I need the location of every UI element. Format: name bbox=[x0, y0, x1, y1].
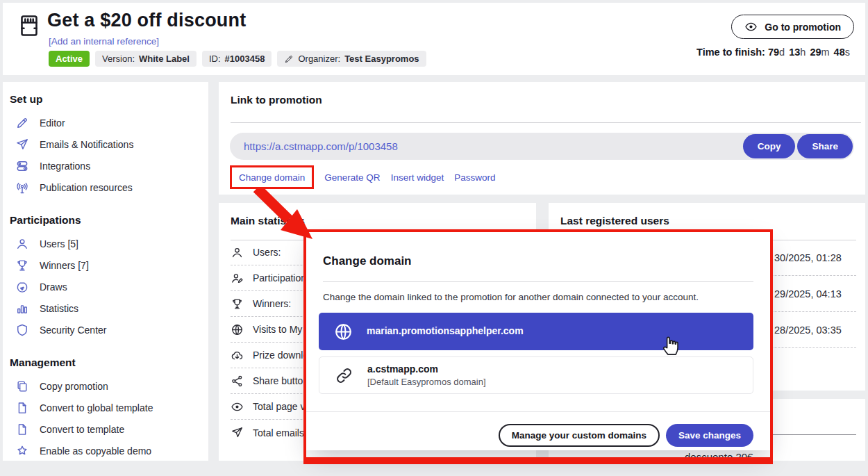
globe-icon bbox=[333, 322, 353, 342]
sidebar-section-participations: Participations bbox=[10, 214, 201, 227]
sidebar-item-draws[interactable]: Draws bbox=[10, 276, 201, 297]
sidebar-item-copy-promotion[interactable]: Copy promotion bbox=[10, 375, 201, 397]
add-internal-reference-link[interactable]: [Add an internal reference] bbox=[49, 36, 159, 47]
eye-icon bbox=[744, 20, 758, 33]
modal-footer-buttons: Manage your custom domains Save changes bbox=[499, 424, 753, 447]
sidebar-section-management: Management bbox=[10, 356, 201, 369]
copy-icon bbox=[15, 379, 29, 393]
trophy-icon bbox=[15, 258, 29, 272]
status-badge: Active bbox=[49, 51, 90, 67]
modal-title: Change domain bbox=[323, 254, 412, 268]
manage-custom-domains-button[interactable]: Manage your custom domains bbox=[499, 424, 660, 447]
modal-description: Change the domain linked to the promotio… bbox=[323, 292, 699, 302]
domain-name: a.cstmapp.com bbox=[367, 363, 486, 376]
sidebar-item-publication-resources[interactable]: Publication resources bbox=[10, 177, 201, 198]
sidebar-item-winners[interactable]: Winners [7] bbox=[10, 254, 201, 276]
sidebar-item-label: Publication resources bbox=[40, 182, 133, 193]
domain-note: [Default Easypromos domain] bbox=[367, 377, 486, 387]
panel-title: Last registered users bbox=[560, 215, 669, 227]
sidebar-item-integrations[interactable]: Integrations bbox=[10, 155, 201, 177]
sidebar-item-statistics[interactable]: Statistics bbox=[10, 297, 201, 319]
registration-date: 30/2025, 01:28 bbox=[774, 252, 842, 263]
globe-icon bbox=[231, 323, 244, 336]
go-to-promotion-button[interactable]: Go to promotion bbox=[731, 15, 854, 39]
sidebar-item-convert-global-template[interactable]: Convert to global template bbox=[10, 397, 201, 418]
change-domain-annotation-box: Change domain bbox=[230, 165, 314, 189]
promotion-url-bar: https://a.cstmapp.com/p/1003458 Copy Sha… bbox=[230, 133, 854, 160]
shield-icon bbox=[15, 323, 29, 337]
sidebar-item-users[interactable]: Users [5] bbox=[10, 233, 201, 254]
share-nodes-icon bbox=[231, 375, 244, 388]
bar-chart-icon bbox=[15, 302, 29, 315]
sidebar-item-security-center[interactable]: Security Center bbox=[10, 319, 201, 340]
sidebar-item-editor[interactable]: Editor bbox=[10, 112, 201, 133]
link-to-promotion-panel: Link to promotion https://a.cstmapp.com/… bbox=[219, 82, 865, 195]
app-screen: Get a $20 off discount [Add an internal … bbox=[0, 0, 868, 476]
prize-row-partial-text: descuento 20€ bbox=[685, 451, 753, 461]
user-icon bbox=[231, 246, 244, 259]
sidebar-item-label: Copy promotion bbox=[40, 381, 108, 392]
divider bbox=[306, 411, 770, 412]
ticket-icon bbox=[17, 12, 42, 40]
sidebar-item-label: Users [5] bbox=[40, 238, 78, 249]
user-edit-icon bbox=[231, 272, 244, 285]
sidebar-item-label: Enable as copyable demo bbox=[40, 445, 151, 457]
promotion-header: Get a $20 off discount [Add an internal … bbox=[3, 3, 865, 75]
promotion-url[interactable]: https://a.cstmapp.com/p/1003458 bbox=[244, 140, 741, 152]
file-icon bbox=[15, 422, 29, 436]
toggles-icon bbox=[15, 159, 29, 173]
time-to-finish: Time to finish: 79d13h29m48s bbox=[696, 47, 854, 58]
panel-title: Main statistics bbox=[231, 215, 305, 227]
pencil-icon bbox=[284, 54, 294, 64]
id-badge: ID:#1003458 bbox=[202, 51, 272, 67]
sidebar-item-convert-template[interactable]: Convert to template bbox=[10, 418, 201, 440]
sidebar-section-setup: Set up bbox=[10, 93, 201, 106]
eye-icon bbox=[231, 400, 244, 413]
send-icon bbox=[15, 138, 29, 151]
link-icon bbox=[334, 366, 354, 386]
domain-option-selected[interactable]: marian.promotionsapphelper.com bbox=[319, 313, 753, 350]
divider bbox=[231, 122, 861, 123]
fishbowl-icon bbox=[15, 280, 29, 294]
badge-row: Active Version:White Label ID:#1003458 O… bbox=[49, 51, 426, 67]
password-link[interactable]: Password bbox=[454, 172, 495, 183]
sidebar-item-label: Convert to global template bbox=[40, 402, 153, 413]
domain-name: marian.promotionsapphelper.com bbox=[367, 325, 524, 338]
share-button[interactable]: Share bbox=[797, 134, 853, 158]
sidebar-item-label: Security Center bbox=[40, 325, 106, 336]
divider bbox=[323, 281, 753, 282]
organizer-badge: Organizer:Test Easypromos bbox=[277, 51, 426, 67]
cloud-download-icon bbox=[231, 349, 244, 362]
sidebar-item-label: Editor bbox=[40, 117, 65, 129]
sidebar-item-label: Emails & Notifications bbox=[40, 139, 133, 150]
generate-qr-link[interactable]: Generate QR bbox=[324, 172, 380, 183]
page-title: Get a $20 off discount bbox=[47, 10, 246, 31]
pencil-icon bbox=[15, 116, 29, 130]
domain-option-default[interactable]: a.cstmapp.com [Default Easypromos domain… bbox=[319, 356, 753, 394]
broadcast-icon bbox=[15, 181, 29, 195]
user-icon bbox=[15, 237, 29, 251]
registration-date: 28/2025, 03:35 bbox=[774, 325, 842, 336]
change-domain-modal: Change domain Change the domain linked t… bbox=[306, 232, 770, 450]
star-badge-icon bbox=[15, 444, 29, 458]
insert-widget-link[interactable]: Insert widget bbox=[391, 172, 444, 183]
sidebar-item-label: Statistics bbox=[40, 303, 78, 314]
sidebar: Set up Editor Emails & Notifications Int… bbox=[3, 82, 208, 461]
version-badge: Version:White Label bbox=[95, 51, 197, 67]
registration-date: 29/2025, 04:13 bbox=[774, 288, 842, 299]
panel-title: Link to promotion bbox=[231, 94, 322, 106]
sidebar-item-label: Draws bbox=[40, 281, 67, 293]
save-changes-button[interactable]: Save changes bbox=[666, 424, 753, 447]
sidebar-item-emails-notifications[interactable]: Emails & Notifications bbox=[10, 133, 201, 155]
url-actions-row: Change domain Generate QR Insert widget … bbox=[230, 165, 495, 189]
file-icon bbox=[15, 401, 29, 415]
change-domain-link[interactable]: Change domain bbox=[239, 172, 305, 183]
sidebar-item-label: Winners [7] bbox=[40, 260, 89, 271]
send-icon bbox=[231, 426, 244, 439]
sidebar-item-label: Convert to template bbox=[40, 424, 124, 435]
copy-button[interactable]: Copy bbox=[743, 134, 796, 158]
trophy-icon bbox=[231, 297, 244, 311]
sidebar-item-label: Integrations bbox=[40, 161, 90, 172]
sidebar-item-enable-copyable-demo[interactable]: Enable as copyable demo bbox=[10, 440, 201, 461]
